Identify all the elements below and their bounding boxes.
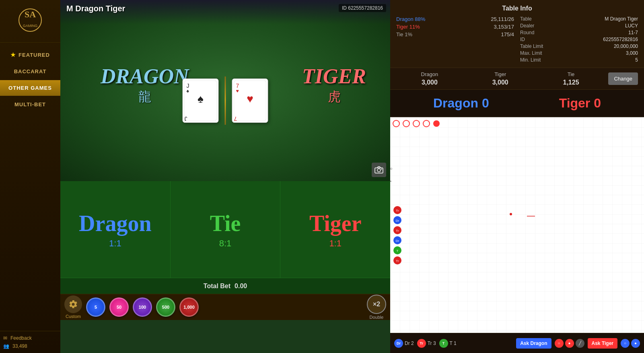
tie-bet-name: Tie [210, 211, 241, 236]
details-right: Table M Dragon Tiger Dealer LUCY Round 1… [520, 16, 638, 63]
svg-text:7: 7 [234, 116, 237, 121]
mail-icon: ✉ [3, 335, 7, 341]
detail-table-limit-key: Table Limit [520, 43, 570, 49]
t-legend: T T 1 [439, 339, 457, 348]
svg-rect-16 [390, 118, 644, 333]
game-view: M Dragon Tiger ID 6225557282816 DRAGON 龍… [60, 0, 390, 353]
circle-icon-2[interactable]: ● [565, 339, 574, 348]
total-bet-label: Total Bet [204, 283, 230, 290]
video-section: M Dragon Tiger ID 6225557282816 DRAGON 龍… [60, 0, 390, 181]
tie-stat-label: Tie 1% [396, 31, 412, 37]
double-icon: ×2 [367, 295, 386, 314]
tiger-zh-label: 虎 [302, 88, 366, 106]
score-display: Dragon 0 Tiger 0 [390, 90, 644, 117]
table-info: Table Info Dragon 88% 25,111/26 Tiger 11… [390, 0, 644, 68]
dragon-stat-label: Dragon 88% [396, 16, 425, 22]
chip-500[interactable]: 500 [156, 297, 175, 317]
tiger-en-label: TIGER [302, 64, 366, 88]
chip-50[interactable]: 50 [109, 297, 129, 317]
svg-text:8: 8 [390, 167, 393, 170]
tiger-card: 7 ♥ ♥ 7 [232, 78, 268, 123]
detail-table-key: Table [520, 16, 570, 22]
svg-text:GAMING: GAMING [23, 24, 38, 28]
tiger-col-value: 3,000 [467, 79, 534, 86]
detail-round-val: 11-7 [576, 30, 638, 35]
sa-gaming-logo: SA GAMING [14, 6, 46, 38]
circle-icon-1[interactable]: ○ [555, 339, 564, 348]
dragon-score-value: 0 [482, 96, 489, 110]
sidebar-item-baccarat[interactable]: BACCARAT [0, 64, 60, 79]
circle-icon-4[interactable]: ● [631, 339, 640, 348]
dragon-bet-col: Dragon 3,000 [396, 71, 463, 86]
tie-bet-col: Tie 1,125 [538, 71, 605, 86]
cards-area: J ♠ ♠ J 7 ♥ ♥ 7 [183, 76, 268, 125]
chip-100[interactable]: 100 [133, 297, 152, 317]
sidebar-item-multi-bet[interactable]: MULTI-BET [0, 97, 60, 112]
bet-section: Dragon 1:1 Tie 8:1 Tiger 1:1 Total Bet 0… [60, 181, 390, 294]
circle-icon-3[interactable]: ○ [621, 339, 630, 348]
tiger-bet-col: Tiger 3,000 [467, 71, 534, 86]
custom-chip-button[interactable]: Custom [64, 295, 82, 319]
icon-buttons: ○ ● ╱ [555, 339, 584, 348]
dragon-col-label: Dragon [396, 71, 463, 77]
chip-1000[interactable]: 1,000 [179, 297, 199, 317]
ask-dragon-button[interactable]: Ask Dragon [516, 338, 551, 349]
svg-text:Tr: Tr [396, 259, 399, 263]
double-label: Double [370, 315, 384, 320]
tiger-bet-option[interactable]: Tiger 1:1 [280, 181, 390, 278]
dragon-col-value: 3,000 [396, 79, 463, 86]
tiger-stat: Tiger 11% 3,153/17 [396, 24, 514, 30]
svg-text:♠: ♠ [187, 88, 189, 94]
gear-icon [64, 295, 82, 313]
tiger-stat-label: Tiger 11% [396, 24, 420, 30]
dragon-bet-option[interactable]: Dragon 1:1 [60, 181, 171, 278]
dragon-card: J ♠ ♠ J [183, 78, 219, 123]
star-icon: ★ [10, 52, 16, 58]
detail-min-limit-val: 5 [576, 57, 638, 63]
tiger-score-value: 0 [594, 96, 601, 110]
svg-point-14 [377, 169, 381, 172]
double-button[interactable]: ×2 Double [367, 295, 386, 320]
tiger-bet-odds: 1:1 [329, 238, 342, 249]
tiger-col-label: Tiger [467, 71, 534, 77]
table-info-title: Table Info [396, 5, 638, 12]
tiger-bet-name: Tiger [309, 211, 362, 236]
tiger-score: Tiger 0 [559, 96, 601, 111]
players-item: 👥 33,498 [3, 343, 57, 349]
total-bet-value: 0.00 [235, 283, 247, 290]
svg-text:T: T [397, 249, 399, 253]
sidebar-item-featured[interactable]: ★ FEATURED [0, 47, 60, 63]
tie-stat: Tie 1% 175/4 [396, 31, 514, 37]
ask-tiger-button[interactable]: Ask Tiger [588, 338, 617, 349]
dragon-en-label: DRAGON [101, 64, 189, 88]
logo-area: SA GAMING [0, 0, 60, 43]
chips-bar: Custom 5 50 100 500 1,000 [60, 294, 390, 320]
svg-point-21 [433, 120, 440, 127]
right-panel: Table Info Dragon 88% 25,111/26 Tiger 11… [390, 0, 644, 353]
svg-text:♥: ♥ [247, 93, 253, 105]
camera-button[interactable] [372, 163, 386, 177]
tiger-stat-value: 3,153/17 [494, 24, 514, 30]
tie-col-label: Tie [538, 71, 605, 77]
sidebar-item-other-games[interactable]: OTHER GAMES [0, 80, 60, 96]
change-button[interactable]: Change [608, 72, 638, 85]
legend-bar: Dr Dr 2 Tr Tr 3 T T 1 Ask Dragon ○ ● ╱ [390, 333, 644, 353]
dragon-bet-odds: 1:1 [109, 238, 121, 249]
slash-icon[interactable]: ╱ [576, 339, 584, 348]
svg-text:SA: SA [25, 9, 36, 19]
card-divider [225, 76, 226, 125]
custom-chip-label: Custom [66, 314, 81, 319]
dr-legend: Dr Dr 2 [394, 339, 414, 348]
detail-table-limit-val: 20,000,000 [576, 43, 638, 49]
game-id: ID 6225557282816 [339, 4, 386, 12]
svg-text:Tr: Tr [396, 229, 399, 233]
dragon-stat-value: 25,111/26 [491, 16, 514, 22]
svg-text:J: J [185, 116, 187, 121]
tie-bet-option[interactable]: Tie 8:1 [171, 181, 281, 278]
bet-options: Dragon 1:1 Tie 8:1 Tiger 1:1 [60, 181, 390, 278]
game-title: M Dragon Tiger [66, 4, 125, 13]
game-area: M Dragon Tiger ID 6225557282816 DRAGON 龍… [60, 0, 644, 353]
feedback-item[interactable]: ✉ Feedback [3, 335, 57, 341]
chip-5[interactable]: 5 [86, 297, 105, 317]
people-icon: 👥 [3, 343, 9, 349]
